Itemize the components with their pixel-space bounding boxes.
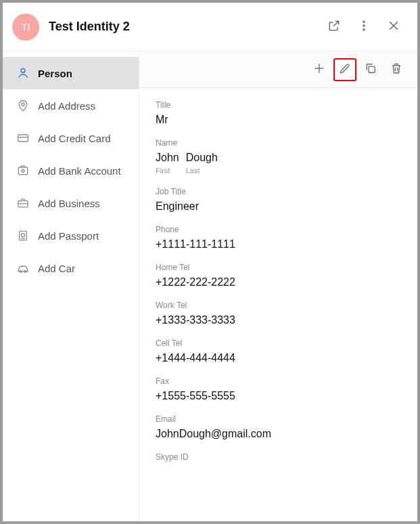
svg-point-4 <box>22 103 24 106</box>
close-icon <box>387 19 400 35</box>
titlebar: TI Test Identity 2 <box>3 3 417 51</box>
sidebar-item-label: Add Business <box>38 198 100 209</box>
more-button[interactable] <box>352 16 375 39</box>
svg-point-7 <box>22 170 24 173</box>
svg-point-2 <box>363 28 365 30</box>
credit-card-icon <box>16 131 30 145</box>
sidebar: Person Add Address Add Credit Card Add B… <box>3 51 139 521</box>
field-work-tel: Work Tel +1333-333-3333 <box>156 301 401 326</box>
copy-icon <box>364 62 377 78</box>
copy-button[interactable] <box>359 58 382 81</box>
field-value: +1333-333-3333 <box>156 314 401 326</box>
sidebar-item-business[interactable]: Add Business <box>3 187 139 219</box>
detail-toolbar <box>139 51 417 88</box>
bank-icon <box>16 164 30 177</box>
identity-window: TI Test Identity 2 <box>3 3 417 521</box>
sidebar-item-label: Add Bank Account <box>38 165 121 177</box>
edit-button[interactable] <box>333 58 356 81</box>
sidebar-item-car[interactable]: Add Car <box>3 252 139 284</box>
main: Title Mr Name John First Dough Last <box>139 51 417 521</box>
field-label: Fax <box>156 376 401 386</box>
trash-icon <box>390 62 403 78</box>
sidebar-item-label: Add Credit Card <box>38 133 111 144</box>
field-home-tel: Home Tel +1222-222-2222 <box>156 263 401 288</box>
add-button[interactable] <box>308 58 331 81</box>
sidebar-item-passport[interactable]: Add Passport <box>3 219 139 252</box>
field-value: Mr <box>156 114 401 126</box>
location-icon <box>16 99 30 112</box>
field-label: Name <box>156 138 401 148</box>
field-value: +1444-444-4444 <box>156 352 401 364</box>
person-details: Title Mr Name John First Dough Last <box>139 88 417 521</box>
delete-button[interactable] <box>385 58 408 81</box>
sidebar-item-bank[interactable]: Add Bank Account <box>3 154 139 187</box>
field-value: +1222-222-2222 <box>156 276 401 288</box>
field-label: Home Tel <box>156 263 401 272</box>
field-skype: Skype ID <box>156 452 401 462</box>
sidebar-item-label: Add Car <box>38 263 75 274</box>
open-external-button[interactable] <box>323 16 346 39</box>
field-label: Work Tel <box>156 301 401 310</box>
field-job-title: Job Title Engineer <box>156 187 401 213</box>
svg-point-0 <box>363 21 365 22</box>
briefcase-icon <box>16 196 30 210</box>
field-fax: Fax +1555-555-5555 <box>156 376 401 402</box>
field-label: Title <box>156 100 401 110</box>
sidebar-item-address[interactable]: Add Address <box>3 89 139 122</box>
car-icon <box>16 261 30 275</box>
sidebar-item-credit-card[interactable]: Add Credit Card <box>3 122 139 154</box>
field-label: Email <box>156 414 401 424</box>
page-title: Test Identity 2 <box>49 20 323 34</box>
more-vertical-icon <box>357 19 371 35</box>
field-label: Phone <box>156 225 401 234</box>
field-title: Title Mr <box>156 100 401 126</box>
avatar: TI <box>12 14 39 41</box>
plus-icon <box>312 62 326 78</box>
field-label: Job Title <box>156 187 401 196</box>
pencil-icon <box>338 62 352 78</box>
field-cell-tel: Cell Tel +1444-444-4444 <box>156 339 401 364</box>
titlebar-actions <box>323 16 405 39</box>
svg-rect-6 <box>18 167 27 175</box>
passport-icon <box>16 229 30 242</box>
field-phone: Phone +1111-111-1111 <box>156 225 401 250</box>
field-value: +1111-111-1111 <box>156 238 401 250</box>
svg-point-1 <box>363 24 365 26</box>
svg-point-10 <box>22 234 25 237</box>
svg-point-3 <box>21 68 25 72</box>
last-name-value: Dough <box>186 152 218 164</box>
person-icon <box>16 66 30 80</box>
close-button[interactable] <box>382 16 405 39</box>
body: Person Add Address Add Credit Card Add B… <box>3 51 417 521</box>
sidebar-item-person[interactable]: Person <box>3 57 139 89</box>
field-email: Email JohnDough@gmail.com <box>156 414 401 440</box>
svg-rect-13 <box>369 66 375 72</box>
svg-rect-5 <box>18 135 28 141</box>
field-label: Skype ID <box>156 452 401 462</box>
sidebar-item-label: Add Address <box>38 100 95 112</box>
field-name: Name John First Dough Last <box>156 138 401 175</box>
field-value: +1555-555-5555 <box>156 390 401 402</box>
field-label: Cell Tel <box>156 339 401 348</box>
field-value: JohnDough@gmail.com <box>156 428 401 440</box>
sidebar-item-label: Person <box>38 68 72 79</box>
field-value: Engineer <box>156 200 401 213</box>
open-external-icon <box>327 19 341 35</box>
first-name-sublabel: First <box>156 167 179 175</box>
first-name-value: John <box>156 152 179 164</box>
sidebar-item-label: Add Passport <box>38 230 99 242</box>
last-name-sublabel: Last <box>186 167 218 175</box>
